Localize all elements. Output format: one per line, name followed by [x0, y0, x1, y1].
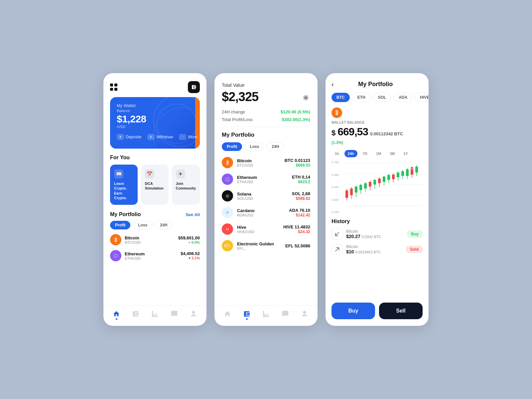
- join-community-label: Join Community: [176, 181, 196, 191]
- nav-wallet[interactable]: [132, 310, 139, 320]
- s2-nav-chart[interactable]: [262, 310, 270, 320]
- ethereum-change: ▾ 2.1%: [181, 256, 200, 260]
- s2-bitcoin-name: Bitcoin: [237, 158, 281, 163]
- s3-balance-amount: 669,53: [337, 126, 368, 138]
- s2-filters: Profit Loss 24H: [222, 142, 310, 151]
- s2-hive-name: Hive: [237, 225, 279, 230]
- nav-home[interactable]: [113, 310, 120, 320]
- s2-bitcoin[interactable]: ₿ Bitcoin BTC/USD BTC 0.01123 $669.53: [222, 157, 310, 168]
- bitcoin-price: $59,601.00: [178, 235, 200, 240]
- profit-filter[interactable]: Profit: [110, 221, 130, 229]
- time-24h[interactable]: 24h: [344, 150, 357, 157]
- time-1m[interactable]: 1M: [373, 150, 384, 157]
- s2-efl[interactable]: EFL Electronic Gulden EFL... EFL 52.0086: [222, 240, 310, 251]
- btc-tab[interactable]: BTC: [332, 93, 350, 102]
- history-item-1[interactable]: Bitcoin $10 0.0018463 BTC Sold: [332, 244, 423, 255]
- history-amount-1: $10: [346, 249, 354, 254]
- ethereum-pair: ETH/USD: [125, 256, 177, 260]
- loss-filter[interactable]: Loss: [133, 221, 152, 229]
- screen-2: Total Value $2,325 ◉ 24H change $120.00 …: [214, 73, 318, 326]
- history-item-0[interactable]: Bitcoin $20.27 0,0342 BTC Buy: [332, 228, 423, 240]
- s3-btc-amount: 0.00112342 BTC: [370, 131, 403, 136]
- buy-button[interactable]: Buy: [332, 303, 375, 319]
- withdraw-action[interactable]: ⬇ Withdraw: [147, 134, 173, 140]
- s2-cardano-pair: ADA/USD: [237, 213, 285, 217]
- svg-rect-10: [355, 187, 357, 193]
- total-value-label: Total Value: [222, 82, 310, 88]
- s2-efl-right: EFL 52.0086: [285, 243, 310, 248]
- bitcoin-logo: ₿: [110, 234, 121, 245]
- learn-crypto-card[interactable]: 📖 Learn Crypto. Earn Crypto.: [110, 165, 138, 205]
- s2-solana-amount: SOL 2,68: [292, 191, 310, 196]
- s2-cardano-value: $142.42: [289, 213, 310, 217]
- deposit-action[interactable]: ⬆ Deposite: [117, 134, 141, 140]
- svg-rect-20: [378, 179, 381, 183]
- more-action[interactable]: ⋯ More: [179, 134, 197, 140]
- s2-hive-value: $24.32: [283, 229, 310, 234]
- btc-icon-large: ₿: [332, 107, 342, 118]
- s2-cardano-amount: ADA 76.10: [289, 208, 310, 213]
- svg-rect-24: [387, 175, 390, 180]
- s2-ethereum-info: Ethereum ETH/USD: [237, 175, 288, 184]
- hive-tab[interactable]: HIVE: [415, 93, 429, 102]
- back-button[interactable]: ‹: [332, 80, 334, 88]
- s2-profit-filter[interactable]: Profit: [222, 142, 242, 151]
- dca-simulation-card[interactable]: 📅 DCA Simulation: [141, 165, 169, 205]
- svg-rect-16: [369, 182, 371, 187]
- 24h-filter[interactable]: 24H: [155, 221, 172, 229]
- time-7d[interactable]: 7D: [359, 150, 371, 157]
- sell-button[interactable]: Sell: [379, 303, 423, 319]
- s2-cardano-name: Cardano: [237, 208, 285, 213]
- bitcoin-item[interactable]: ₿ Bitcoin BTC/USD $59,601.00 + 0.9%: [110, 234, 200, 245]
- time-tabs: 1h 24h 7D 1M 3M 1Y: [326, 150, 429, 161]
- svg-rect-6: [345, 191, 348, 198]
- ada-tab[interactable]: ADA: [394, 93, 412, 102]
- s2-cardano[interactable]: ✳ Cardano ADA/USD ADA 76.10 $142.42: [222, 207, 310, 218]
- s2-ethereum-value: $623.2: [292, 180, 310, 184]
- sol-tab[interactable]: SOL: [373, 93, 391, 102]
- time-1h[interactable]: 1h: [332, 150, 342, 157]
- y-label-1: 0.680: [332, 173, 339, 177]
- join-community-card[interactable]: ✈ Join Community: [172, 165, 200, 205]
- more-label: More: [188, 135, 197, 139]
- s2-nav-home[interactable]: [224, 310, 231, 320]
- time-1y[interactable]: 1Y: [400, 150, 411, 157]
- s2-loss-filter[interactable]: Loss: [245, 142, 264, 151]
- buy-sell-row: Buy Sell: [326, 297, 429, 326]
- s2-nav-messages[interactable]: [282, 310, 289, 320]
- eye-button[interactable]: ◉: [301, 92, 310, 102]
- see-all-button[interactable]: See All: [186, 212, 200, 217]
- history-btc-1: 0.0018463 BTC: [355, 250, 381, 254]
- history-section: History Bitcoin $20.27 0,0342 BTC Buy: [326, 218, 429, 259]
- s2-24h-filter[interactable]: 24H: [267, 142, 284, 151]
- nav-profile[interactable]: [190, 310, 197, 320]
- wallet-icon-button[interactable]: [188, 81, 200, 93]
- time-3m[interactable]: 3M: [386, 150, 398, 157]
- s2-efl-name: Electronic Gulden: [237, 241, 281, 246]
- sold-badge: Sold: [406, 246, 423, 253]
- for-you-title: For You: [103, 155, 206, 161]
- s2-ethereum[interactable]: ⬡ Ethereum ETH/USD ETH 0,14 $623.2: [222, 174, 310, 185]
- s2-solana-logo: ◎: [222, 190, 233, 201]
- s2-nav-profile[interactable]: [301, 310, 308, 320]
- s2-bitcoin-right: BTC 0.01123 $669.53: [285, 158, 310, 168]
- ethereum-item[interactable]: ⬡ Ethereum ETH/USD $4,406.52 ▾ 2.1%: [110, 250, 200, 261]
- s2-hive[interactable]: H Hive HIVE/USD HIVE 11.4832 $24.32: [222, 223, 310, 235]
- profit-label: Total Profit/Loss: [222, 117, 253, 122]
- s3-dollar: $: [332, 129, 335, 137]
- svg-rect-12: [359, 185, 362, 190]
- s2-bitcoin-info: Bitcoin BTC/USD: [237, 158, 281, 167]
- nav-messages[interactable]: [171, 310, 178, 320]
- nav-chart[interactable]: [151, 310, 159, 320]
- portfolio-title: My Portfolio: [110, 211, 141, 217]
- s2-ethereum-right: ETH 0,14 $623.2: [292, 175, 310, 184]
- s2-nav-wallet[interactable]: [243, 310, 250, 320]
- grid-icon[interactable]: [110, 83, 117, 91]
- s2-ethereum-amount: ETH 0,14: [292, 175, 310, 180]
- eth-tab[interactable]: ETH: [352, 93, 370, 102]
- s2-bitcoin-amount: BTC 0.01123: [285, 158, 310, 163]
- s2-solana[interactable]: ◎ Solana SOL/USD SOL 2,68 $568.62: [222, 190, 310, 201]
- wallet-title: My Wallet: [117, 103, 193, 108]
- dca-label: DCA Simulation: [145, 181, 165, 191]
- s3-wallet-section: ₿ WALLET BALANCE $ 669,53 0.00112342 BTC…: [326, 107, 429, 150]
